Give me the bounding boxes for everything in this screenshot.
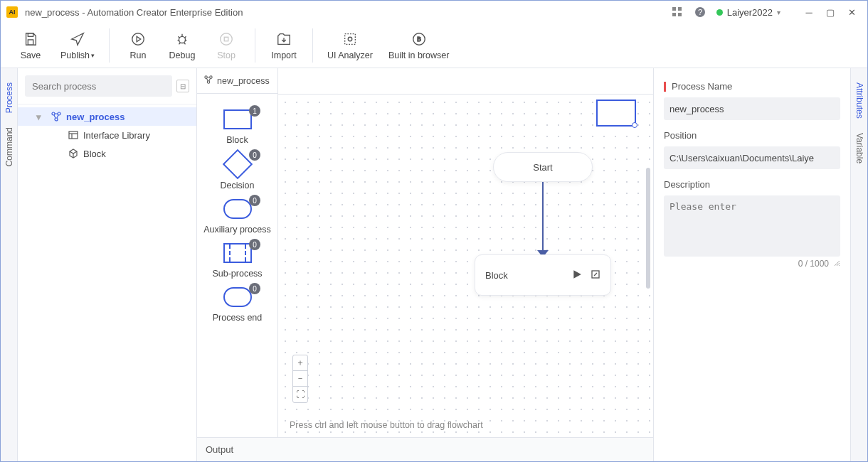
scrollbar-vertical[interactable]: [646, 168, 650, 289]
run-icon: [129, 31, 147, 48]
position-input[interactable]: [664, 146, 840, 169]
badge-count: 0: [249, 283, 260, 294]
aux-shape-icon: [223, 199, 252, 219]
description-textarea[interactable]: [664, 195, 840, 257]
edit-icon[interactable]: [591, 269, 600, 281]
svg-rect-0: [672, 7, 676, 11]
ui-analyzer-button[interactable]: UI Analyzer: [327, 31, 373, 60]
description-label: Description: [664, 179, 840, 190]
properties-panel: Process Name Position Description 0 / 10…: [654, 68, 850, 461]
badge-count: 0: [249, 195, 260, 206]
import-button[interactable]: Import: [270, 31, 298, 60]
chevron-down-icon: ▾: [777, 9, 780, 16]
side-tab-attributes[interactable]: Attributes: [853, 75, 866, 126]
window-title: new_process - Automation Creator Enterpr…: [25, 7, 671, 18]
zoom-in-button[interactable]: ＋: [293, 355, 307, 371]
user-menu[interactable]: Laiyer2022 ▾: [716, 7, 780, 18]
palette-process-end[interactable]: 0 Process end: [197, 287, 277, 323]
save-button[interactable]: Save: [16, 31, 45, 60]
close-button[interactable]: ✕: [842, 4, 862, 21]
main-toolbar: Save Publish▾ Run Debug Stop Import: [1, 23, 867, 68]
svg-point-18: [55, 118, 58, 121]
minimap[interactable]: [596, 100, 636, 127]
node-label: Block: [485, 270, 508, 281]
side-tab-variable[interactable]: Variable: [853, 126, 866, 171]
status-dot-icon: [716, 9, 723, 16]
apps-grid-icon[interactable]: [671, 6, 684, 18]
svg-rect-6: [28, 33, 33, 37]
collapse-tree-button[interactable]: ⊟: [176, 80, 189, 92]
palette-decision[interactable]: 0 Decision: [197, 154, 277, 190]
svg-point-8: [132, 33, 144, 45]
svg-point-22: [205, 76, 207, 78]
right-side-tabs: Attributes Variable: [850, 68, 867, 461]
run-button[interactable]: Run: [124, 31, 152, 60]
tree-interface-library[interactable]: Interface Library: [18, 126, 196, 144]
svg-point-16: [52, 112, 55, 115]
svg-rect-2: [672, 13, 676, 16]
node-block[interactable]: Block: [475, 254, 611, 296]
end-shape-icon: [223, 287, 252, 307]
flowchart-canvas[interactable]: Start Block ＋ － ⛶ Press ctrl and left mo…: [278, 68, 653, 437]
tree-root-item[interactable]: ▾ new_process: [18, 107, 196, 126]
svg-point-23: [210, 76, 212, 78]
interface-library-icon: [68, 129, 79, 141]
position-label: Position: [664, 130, 840, 141]
username-label: Laiyer2022: [727, 7, 773, 18]
resize-handle-icon[interactable]: [833, 259, 840, 269]
connector-arrow: [542, 182, 544, 254]
svg-point-17: [58, 112, 60, 115]
palette-auxiliary-process[interactable]: 0 Auxiliary process: [197, 199, 277, 235]
app-logo-icon: AI: [6, 6, 18, 18]
debug-icon: [174, 31, 191, 48]
search-process-input[interactable]: [25, 75, 172, 97]
publish-button[interactable]: Publish▾: [60, 31, 95, 60]
node-palette: new_process 1 Block 0 Decision: [197, 68, 278, 437]
svg-point-10: [221, 33, 233, 45]
maximize-button[interactable]: ▢: [820, 4, 840, 21]
title-bar: AI new_process - Automation Creator Ente…: [1, 1, 867, 23]
svg-rect-19: [69, 131, 78, 139]
tree-item-label: Block: [83, 149, 106, 159]
palette-sub-process[interactable]: 0 Sub-process: [197, 243, 277, 279]
built-in-browser-button[interactable]: B Built in browser: [388, 31, 449, 60]
canvas-hint: Press ctrl and left mouse button to drag…: [290, 420, 483, 430]
tree-block[interactable]: Block: [18, 144, 196, 163]
badge-count: 1: [249, 105, 260, 117]
svg-rect-7: [28, 40, 33, 45]
ui-analyzer-icon: [342, 31, 359, 48]
decision-shape-icon: [222, 149, 252, 179]
minimize-button[interactable]: ─: [799, 4, 819, 21]
badge-count: 0: [249, 149, 260, 161]
badge-count: 0: [249, 239, 260, 250]
stop-icon: [218, 31, 235, 48]
output-panel-header[interactable]: Output: [197, 437, 653, 461]
svg-rect-12: [345, 34, 356, 45]
side-tab-command[interactable]: Command: [3, 120, 16, 173]
chevron-down-icon: ▾: [91, 52, 95, 59]
tree-item-label: Interface Library: [83, 130, 150, 141]
debug-button[interactable]: Debug: [168, 31, 196, 60]
svg-rect-1: [678, 7, 682, 11]
side-tab-process[interactable]: Process: [3, 75, 16, 120]
block-shape-icon: [223, 109, 252, 129]
zoom-fit-button[interactable]: ⛶: [293, 387, 307, 402]
sub-shape-icon: [223, 243, 252, 263]
svg-text:B: B: [417, 36, 421, 43]
publish-icon: [69, 31, 86, 48]
svg-point-13: [348, 37, 352, 41]
import-icon: [275, 31, 292, 48]
node-start[interactable]: Start: [493, 152, 593, 182]
process-name-input[interactable]: [664, 97, 840, 120]
node-label: Start: [533, 162, 552, 173]
zoom-out-button[interactable]: －: [293, 371, 307, 387]
char-count: 0 / 1000: [798, 259, 829, 269]
palette-block[interactable]: 1 Block: [197, 109, 277, 145]
play-icon[interactable]: [572, 269, 582, 281]
flowchart-icon: [51, 111, 62, 122]
svg-rect-3: [678, 13, 682, 16]
process-name-label: Process Name: [672, 81, 732, 92]
block-icon: [68, 148, 79, 159]
help-icon[interactable]: ?: [694, 6, 706, 18]
chevron-down-icon: ▾: [36, 112, 43, 122]
